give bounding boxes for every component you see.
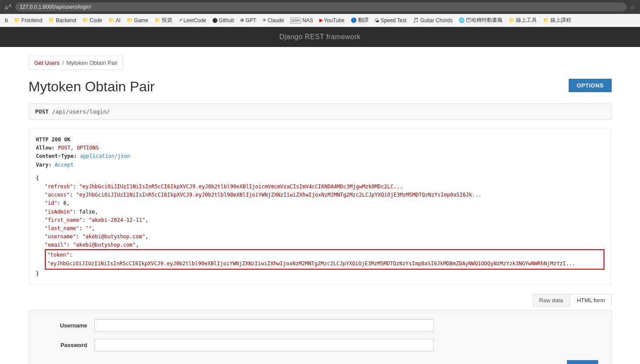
vary-value: Accept	[55, 162, 74, 168]
json-lastname-value: ""	[85, 225, 91, 231]
form-actions: POST	[42, 358, 598, 364]
breadcrumb-current: Mytoken Obtain Pair	[67, 60, 118, 66]
json-refresh-value: "eyJhbGciOiJIUzI1NiIsInR5cCI6IkpXVCJ9.ey…	[79, 184, 403, 190]
bookmark-guitar-chords[interactable]: 🎵 Guitar Chords	[411, 17, 455, 24]
json-token-value: "eyJhbGciOiJIUzI1NiIsInR5cCI6IkpXVCJ9.ey…	[47, 260, 576, 267]
bookmark-speedtest[interactable]: 🌤 Speed Test	[372, 17, 409, 24]
json-email-value: "akebi@butyshop.com"	[73, 242, 136, 248]
bookmark-gpt[interactable]: ⊕ GPT	[238, 17, 258, 24]
json-lastname-key: "last_name"	[45, 225, 79, 231]
breadcrumb-link[interactable]: Get Users	[34, 60, 60, 66]
endpoint-path-text: /api/users/login/	[52, 108, 110, 115]
json-access-value: "eyJhbGciOiJIUzI1NiIsInR5cCI6IkpXVCJ9.ey…	[76, 192, 482, 198]
bookmark-leetcode[interactable]: ↗ LeetCode	[176, 17, 208, 24]
bookmark-youtube[interactable]: ▶ YouTube	[317, 17, 347, 24]
username-row: Username	[42, 319, 598, 332]
json-token-key: "token"	[47, 252, 70, 258]
http-method: POST	[35, 108, 49, 115]
drf-header: Django REST framework	[0, 27, 640, 47]
json-firstname-value: "akebi-2024-12-11"	[89, 217, 145, 223]
browser-bar: AA 127.0.0.1:8000/api/users/login/ ☆	[0, 0, 640, 14]
content-type-value: application/json	[80, 153, 131, 159]
page-title-area: Mytoken Obtain Pair OPTIONS	[29, 79, 612, 95]
bookmark-nas[interactable]: DSH NAS	[288, 17, 315, 24]
json-firstname-key: "first_name"	[45, 217, 83, 223]
bookmark-invest[interactable]: 📁 投資	[152, 16, 174, 25]
main-content: Get Users / Mytoken Obtain Pair Mytoken …	[16, 47, 625, 364]
bookmark-github[interactable]: ⬤ Github	[210, 17, 236, 24]
bookmark-online-courses[interactable]: 📁 線上課程	[541, 16, 573, 25]
star-icon[interactable]: ☆	[630, 3, 636, 10]
bookmark-online-tools[interactable]: 📁 線上工具	[506, 16, 539, 25]
json-username-value: "akebi@butyshop.com"	[82, 234, 145, 240]
breadcrumb: Get Users / Mytoken Obtain Pair	[29, 56, 124, 70]
page-title: Mytoken Obtain Pair	[29, 79, 155, 95]
password-row: Password	[42, 339, 598, 351]
bookmark-code[interactable]: 📁 Code	[80, 17, 104, 24]
vary-label: Vary:	[36, 162, 52, 168]
tab-raw-data[interactable]: Raw data	[533, 294, 570, 307]
json-refresh-key: "refresh"	[45, 184, 73, 190]
breadcrumb-separator: /	[62, 60, 64, 66]
response-status: HTTP 200 OK	[36, 137, 70, 143]
json-access-key: "access"	[45, 192, 70, 198]
content-type-label: Content-Type:	[36, 153, 77, 159]
password-input[interactable]	[94, 339, 434, 351]
password-label: Password	[42, 342, 94, 348]
bookmark-ai[interactable]: 📁 AI	[106, 17, 123, 24]
json-token-line: "token": "eyJhbGciOiJIUzI1NiIsInR5cCI6Ik…	[45, 249, 604, 269]
json-id-key: "id"	[45, 200, 57, 206]
form-container: Username Password POST	[29, 310, 612, 364]
bookmark-backend[interactable]: 📁 Backend	[46, 17, 78, 24]
tab-html-form[interactable]: HTML form	[570, 294, 612, 307]
endpoint-box: POST /api/users/login/	[29, 104, 612, 120]
allow-values: POST, OPTIONS	[58, 145, 99, 151]
bookmark-bahamut[interactable]: 🌐 巴哈姆特動畫瘋	[456, 16, 505, 25]
bookmark-translate[interactable]: 🔵 翻譯	[348, 16, 371, 25]
username-label: Username	[42, 322, 94, 329]
bookmark-frontend[interactable]: 📁 Frontend	[12, 17, 44, 24]
font-size-icon: AA	[4, 3, 12, 11]
response-box: HTTP 200 OK Allow: POST, OPTIONS Content…	[29, 128, 612, 285]
post-button[interactable]: POST	[567, 360, 598, 364]
allow-label: Allow:	[36, 145, 55, 151]
json-isadmin-key: "isAdmin"	[45, 209, 73, 215]
form-tabs: Raw data HTML form	[29, 294, 612, 307]
bookmark-game[interactable]: 📁 Game	[124, 17, 151, 24]
bookmarks-bar: B 📁 Frontend 📁 Backend 📁 Code 📁 AI 📁 Gam…	[0, 14, 640, 27]
bookmark-claude[interactable]: ✳ Claude	[260, 17, 286, 24]
json-email-key: "email"	[45, 242, 67, 248]
username-input[interactable]	[94, 319, 434, 332]
url-bar[interactable]: 127.0.0.1:8000/api/users/login/	[15, 3, 627, 11]
json-username-key: "username"	[45, 234, 76, 240]
options-button[interactable]: OPTIONS	[569, 79, 611, 92]
bookmark-b[interactable]: B	[3, 17, 10, 24]
